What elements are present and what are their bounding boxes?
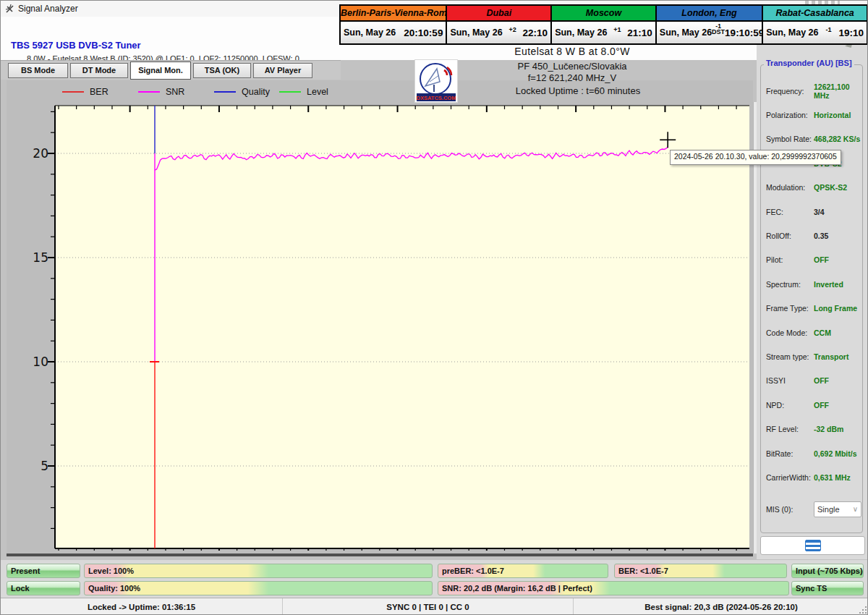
clock-date: Sun, May 26 xyxy=(660,27,712,38)
row-issyi: ISSYIOFF xyxy=(766,369,861,393)
svg-text:DXSATCS.COM: DXSATCS.COM xyxy=(417,95,456,101)
row-pilot: Pilot:OFF xyxy=(766,248,861,272)
lock-indicator: Lock xyxy=(7,581,80,595)
present-indicator: Present xyxy=(7,564,80,578)
status-sync: SYNC 0 | TEI 0 | CC 0 xyxy=(283,598,574,615)
signal-chart[interactable]: 5101520 xyxy=(7,80,753,551)
row-npd: NPD:OFF xyxy=(766,393,861,417)
clock-city-label: Berlin-Paris-Vienna-Roma xyxy=(341,6,446,22)
chart-tooltip: 2024-05-26 20.10.30, value: 20,299999237… xyxy=(670,150,841,165)
svg-text:15: 15 xyxy=(33,250,48,265)
clock-time: 19:10:59 xyxy=(725,27,764,38)
clock-date: Sun, May 26 xyxy=(450,27,502,38)
window-title: Signal Analyzer xyxy=(18,4,78,14)
satellite-title: Eutelsat 8 W B at 8.0°W xyxy=(427,46,717,57)
world-clocks: Berlin-Paris-Vienna-Roma Sun, May 26 20:… xyxy=(339,4,868,45)
row-modulation: Modulation:QPSK-S2 xyxy=(766,176,861,200)
tab-dt-mode[interactable]: DT Mode xyxy=(70,63,128,78)
status-best-signal: Best signal: 20,3 dB (2024-05-26 20:10) xyxy=(574,598,868,615)
clock-rabat: Rabat-Casablanca Sun, May 26 -1 19:10 xyxy=(763,6,867,43)
resize-grip[interactable] xyxy=(859,606,867,614)
row-spectrum: Spectrum:Inverted xyxy=(766,272,861,296)
level-bar: Level: 100% xyxy=(84,564,433,578)
row-rolloff: RollOff:0.35 xyxy=(766,224,861,247)
status-bars-area: Present Level: 100% preBER: <1.0E-7 BER:… xyxy=(1,559,868,598)
clock-city-label: Rabat-Casablanca xyxy=(763,6,867,22)
row-carrier-width: CarrierWidth:0,631 MHz xyxy=(766,465,861,489)
snr-bar: SNR: 20,2 dB (Margin: 16,2 dB | Perfect) xyxy=(438,581,789,595)
status-bar: Locked -> Uptime: 01:36:15 SYNC 0 | TEI … xyxy=(1,598,868,615)
clock-dst-offset: -1DST xyxy=(712,24,725,35)
row-bitrate: BitRate:0,692 Mbit/s xyxy=(766,441,861,465)
tab-bs-mode[interactable]: BS Mode xyxy=(8,63,68,78)
svg-text:5: 5 xyxy=(41,459,48,473)
satellite-dish-icon xyxy=(5,4,15,14)
clock-date: Sun, May 26 xyxy=(344,27,396,38)
clock-time: 22:10 xyxy=(523,27,548,38)
clock-offset: -1 xyxy=(819,26,839,33)
signal-chart-widget: BER SNR Quality Level Locked Uptime : t=… xyxy=(7,80,753,556)
preber-bar: preBER: <1.0E-7 xyxy=(438,564,608,578)
clock-time: 20:10:59 xyxy=(404,27,443,38)
svg-text:10: 10 xyxy=(33,355,48,369)
clock-moscow: Moscow Sun, May 26 +1 21:10 xyxy=(552,6,657,43)
signal-analyzer-window: Signal Analyzer TBS 5927 USB DVB-S2 Tune… xyxy=(0,0,868,615)
site-title: PF 450_Lučenec/Slovakia xyxy=(427,61,717,72)
svg-text:20: 20 xyxy=(33,146,48,161)
row-frame-type: Frame Type:Long Frame xyxy=(766,297,861,321)
transponder-group-title: Transponder (AU) [BS] xyxy=(764,59,854,67)
tab-av-player[interactable]: AV Player xyxy=(253,63,312,78)
row-symbol-rate: Symbol Rate:468,282 KS/s xyxy=(766,127,861,151)
quality-bar: Quality: 100% xyxy=(84,581,433,595)
mis-dropdown[interactable]: Single ∨ xyxy=(814,501,861,517)
chevron-down-icon: ∨ xyxy=(853,502,858,517)
status-uptime: Locked -> Uptime: 01:36:15 xyxy=(1,598,283,615)
ber-bar: BER: <1.0E-7 xyxy=(614,564,787,578)
row-rf-level: RF Level:-32 dBm xyxy=(766,417,861,441)
tab-tsa[interactable]: TSA (OK) xyxy=(193,63,251,78)
transponder-panel: Transponder (AU) [BS] Frequency:12621,10… xyxy=(757,43,868,559)
clock-date: Sun, May 26 xyxy=(555,27,607,38)
clock-berlin: Berlin-Paris-Vienna-Roma Sun, May 26 20:… xyxy=(341,6,447,43)
tab-signal-mon[interactable]: Signal Mon. xyxy=(130,62,191,80)
row-polarization: Polarization:Horizontal xyxy=(766,103,861,127)
row-mis: MIS (0): Single ∨ xyxy=(766,499,861,520)
row-stream-type: Stream type:Transport xyxy=(766,344,861,368)
syncts-indicator: Sync TS xyxy=(791,581,864,595)
input-indicator: Input (~705 Kbps) xyxy=(791,564,864,578)
transponder-list-button[interactable] xyxy=(760,536,865,555)
clock-city-label: Dubai xyxy=(447,6,550,22)
clock-date: Sun, May 26 xyxy=(766,27,818,38)
clock-time: 19:10 xyxy=(838,27,864,38)
clock-city-label: London, Eng xyxy=(657,6,762,22)
clock-dubai: Dubai Sun, May 26 +2 22:10 xyxy=(447,6,552,43)
list-icon xyxy=(805,540,821,551)
dxsatcs-logo: DXSATCS.COM xyxy=(415,60,457,102)
transponder-rows: Frequency:12621,100 MHz Polarization:Hor… xyxy=(766,79,861,520)
row-code-mode: Code Mode:CCM xyxy=(766,321,861,344)
clock-offset: +2 xyxy=(503,26,523,33)
row-frequency: Frequency:12621,100 MHz xyxy=(766,79,861,103)
clock-city-label: Moscow xyxy=(552,6,655,22)
clock-time: 21:10 xyxy=(627,27,652,38)
clock-offset: +1 xyxy=(607,26,627,33)
clock-london: London, Eng Sun, May 26 -1DST 19:10:59 xyxy=(657,6,763,43)
row-fec: FEC:3/4 xyxy=(766,200,861,224)
mode-tab-strip: BS Mode DT Mode Signal Mon. TSA (OK) AV … xyxy=(1,60,341,80)
tuner-name: TBS 5927 USB DVB-S2 Tuner xyxy=(11,40,141,51)
frequency-title: f=12 621,240 MHz_V xyxy=(427,72,717,83)
